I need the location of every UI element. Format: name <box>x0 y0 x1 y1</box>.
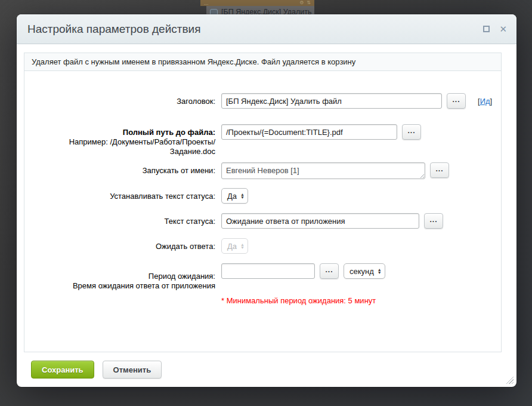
wait-response-label: Ожидать ответа: <box>24 238 215 251</box>
wait-period-more-button[interactable]: ... <box>320 263 339 279</box>
textarea-resize-grip-icon[interactable] <box>419 173 424 178</box>
file-path-input[interactable] <box>221 124 397 140</box>
action-description: Удаляет файл с нужным именем в привязанн… <box>24 53 502 71</box>
dialog-titlebar: Настройка параметров действия ✕ <box>17 14 516 44</box>
save-button[interactable]: Сохранить <box>31 361 94 379</box>
wait-period-label-sub: Время ожидания ответа от приложения <box>73 281 215 290</box>
status-text-input[interactable] <box>221 213 419 229</box>
select-arrows-icon: ▲ ▼ <box>378 268 382 274</box>
row-wait-response: Ожидать ответа: Да ▲ ▼ <box>24 238 501 254</box>
wait-period-input[interactable] <box>221 263 315 279</box>
wait-response-select: Да ▲ ▼ <box>221 238 248 254</box>
wait-period-label-main: Период ожидания: <box>149 272 215 281</box>
status-text-label: Текст статуса: <box>24 213 215 226</box>
cancel-button[interactable]: Отменить <box>103 361 162 379</box>
close-icon: ✕ <box>499 24 507 33</box>
run-as-value: Евгений Неверов [1] <box>226 166 299 175</box>
wait-period-label: Период ожидания: Время ожидания ответа о… <box>24 263 215 291</box>
status-text-more-button[interactable]: ... <box>424 213 443 229</box>
row-title: Заголовок: ... [Ид] <box>24 93 501 109</box>
set-status-select-value: Да <box>227 192 237 201</box>
title-input[interactable] <box>221 93 442 109</box>
run-as-textarea[interactable]: Евгений Неверов [1] <box>221 162 425 179</box>
file-path-label: Полный путь до файла: Например: /Докумен… <box>24 124 215 156</box>
run-as-label: Запускать от имени: <box>24 162 215 176</box>
action-settings-dialog: Настройка параметров действия ✕ Удаляет … <box>17 14 516 387</box>
dialog-title: Настройка параметров действия <box>27 23 200 36</box>
dialog-body: Удаляет файл с нужным именем в привязанн… <box>17 44 516 379</box>
file-path-label-hint: Например: /Документы/Работа/Проекты/Зада… <box>63 137 215 156</box>
sort-arrows-icon: ⇅ <box>307 1 311 5</box>
title-more-button[interactable]: ... <box>447 93 466 109</box>
wait-period-unit-select[interactable]: секунд ▲ ▼ <box>344 263 385 279</box>
select-arrows-icon: ▲ ▼ <box>240 243 245 249</box>
bracket-close: ] <box>490 97 493 106</box>
title-label: Заголовок: <box>24 93 215 106</box>
dialog-footer: Сохранить Отменить <box>24 352 502 379</box>
row-run-as: Запускать от имени: Евгений Неверов [1] … <box>24 162 501 179</box>
restore-window-button[interactable] <box>483 26 490 32</box>
close-button[interactable]: ✕ <box>499 24 507 33</box>
row-file-path: Полный путь до файла: Например: /Докумен… <box>24 124 501 156</box>
row-status-text: Текст статуса: ... <box>24 213 501 229</box>
row-wait-period: Период ожидания: Время ожидания ответа о… <box>24 263 501 291</box>
file-path-label-main: Полный путь до файла: <box>123 128 215 137</box>
background-toolbar: ... ⚙ ⇅ <box>200 0 314 6</box>
wait-response-select-value: Да <box>227 242 237 251</box>
parameters-form: Заголовок: ... [Ид] Полный путь до файла… <box>24 71 502 352</box>
wait-period-unit-value: секунд <box>349 267 374 276</box>
overflow-dots-icon: ... <box>204 1 209 5</box>
gear-icon: ⚙ <box>299 1 304 5</box>
select-arrows-icon: ▲ ▼ <box>240 193 245 199</box>
file-path-more-button[interactable]: ... <box>402 124 421 140</box>
insert-id-link[interactable]: Ид <box>480 97 490 106</box>
row-set-status: Устанавливать текст статуса: Да ▲ ▼ <box>24 188 501 204</box>
min-period-warning: * Минимальный период ожидания: 5 минут <box>221 296 501 305</box>
run-as-more-button[interactable]: ... <box>430 162 449 178</box>
restore-icon <box>483 26 490 32</box>
set-status-select[interactable]: Да ▲ ▼ <box>221 188 248 204</box>
insert-id-link-wrap: [Ид] <box>478 93 492 106</box>
set-status-label: Устанавливать текст статуса: <box>24 188 215 201</box>
